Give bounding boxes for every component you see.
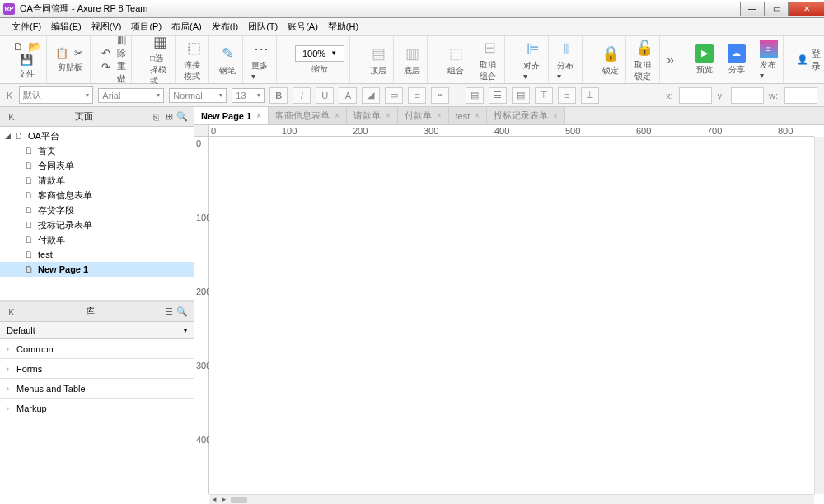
menu-account[interactable]: 账号(A) xyxy=(283,19,323,35)
bring-top-icon[interactable]: ▤ xyxy=(368,44,388,63)
vertical-scrollbar[interactable] xyxy=(814,137,824,494)
menu-edit[interactable]: 编辑(E) xyxy=(46,19,87,35)
tab[interactable]: test× xyxy=(449,107,488,124)
tree-page[interactable]: 🗋请款单 xyxy=(0,173,194,188)
connect-mode-icon[interactable]: ⬚ xyxy=(184,38,204,58)
group-icon[interactable]: ⬚ xyxy=(446,44,466,63)
underline-button[interactable]: U xyxy=(316,87,334,104)
tab[interactable]: 请款单× xyxy=(347,107,398,124)
horizontal-ruler[interactable]: 0 100 200 300 400 500 600 700 800 xyxy=(209,125,814,137)
align-top-button[interactable]: ⊤ xyxy=(535,87,553,104)
open-file-icon[interactable]: 📂 xyxy=(28,40,41,54)
bold-button[interactable]: B xyxy=(269,87,288,104)
menu-view[interactable]: 视图(V) xyxy=(87,19,127,35)
font-style-select[interactable]: Normal▾ xyxy=(169,88,227,103)
redo-icon[interactable]: ↷ xyxy=(99,60,112,73)
unlock-icon[interactable]: 🔓 xyxy=(634,38,654,58)
overflow-icon[interactable]: » xyxy=(663,53,677,68)
align-center-button[interactable]: ☰ xyxy=(489,87,507,104)
zoom-select[interactable]: 100%▼ xyxy=(295,45,344,62)
more-icon[interactable]: ⋯ xyxy=(251,39,271,58)
tab[interactable]: 投标记录表单× xyxy=(487,107,565,124)
fill-color-button[interactable]: ◢ xyxy=(362,87,380,104)
library-category[interactable]: ›Common xyxy=(0,339,194,359)
delete-label[interactable]: 删除 xyxy=(117,35,126,59)
minimize-button[interactable]: — xyxy=(740,2,765,16)
redo-label[interactable]: 重做 xyxy=(117,60,126,85)
menu-help[interactable]: 帮助(H) xyxy=(323,19,363,35)
menu-publish[interactable]: 发布(I) xyxy=(207,19,243,35)
ungroup-icon[interactable]: ⊟ xyxy=(480,38,499,58)
send-bottom-icon[interactable]: ▥ xyxy=(402,44,422,63)
border-color-button[interactable]: ▭ xyxy=(385,87,403,104)
tab-active[interactable]: New Page 1× xyxy=(194,107,269,124)
menu-team[interactable]: 团队(T) xyxy=(243,19,283,35)
tree-page[interactable]: 🗋test xyxy=(0,247,194,262)
align-icon[interactable]: ⊫ xyxy=(523,39,543,58)
horizontal-scrollbar[interactable]: ◄ ► xyxy=(209,494,814,504)
share-button[interactable]: ☁ xyxy=(728,44,746,63)
add-folder-icon[interactable]: ⎘ xyxy=(149,112,162,122)
scroll-right-icon[interactable]: ► xyxy=(219,496,229,503)
lock-icon[interactable]: 🔒 xyxy=(601,44,620,63)
select-mode-icon[interactable]: ▦ xyxy=(150,33,170,51)
tab[interactable]: 付款单× xyxy=(398,107,449,124)
library-menu-icon[interactable]: ☰ xyxy=(162,306,176,317)
align-left-button[interactable]: ▤ xyxy=(466,87,484,104)
maximize-button[interactable]: ▭ xyxy=(764,2,789,16)
vertical-ruler[interactable]: 0 100 200 300 400 xyxy=(194,137,209,494)
tree-page[interactable]: 🗋投标记录表单 xyxy=(0,217,194,232)
distribute-icon[interactable]: ⫴ xyxy=(557,39,577,58)
paste-icon[interactable]: 📋 xyxy=(55,47,68,60)
font-size-select[interactable]: 13▾ xyxy=(232,88,265,103)
text-color-button[interactable]: A xyxy=(339,87,357,104)
library-category[interactable]: ›Forms xyxy=(0,359,194,379)
tree-page[interactable]: 🗋付款单 xyxy=(0,232,194,247)
save-icon[interactable]: 💾 xyxy=(20,54,33,67)
border-width-button[interactable]: ≡ xyxy=(408,87,426,104)
undo-icon[interactable]: ↶ xyxy=(99,46,112,59)
tree-page[interactable]: 🗋客商信息表单 xyxy=(0,188,194,203)
w-input[interactable] xyxy=(784,87,817,104)
collapse-toggle-icon[interactable]: ◢ xyxy=(5,132,15,140)
panel-collapse-icon[interactable]: K xyxy=(5,307,18,317)
italic-button[interactable]: I xyxy=(293,87,311,104)
menu-file[interactable]: 文件(F) xyxy=(7,19,46,35)
panel-collapse-icon[interactable]: K xyxy=(5,112,18,122)
library-category[interactable]: ›Markup xyxy=(0,399,194,418)
library-select[interactable]: Default▾ xyxy=(0,322,194,339)
add-page-icon[interactable]: ⊞ xyxy=(162,111,176,122)
login-button[interactable]: 👤 登录 xyxy=(797,48,821,72)
tree-folder[interactable]: ◢ 🗋 OA平台 xyxy=(0,128,194,143)
new-file-icon[interactable]: 🗋 xyxy=(12,40,25,54)
align-middle-button[interactable]: ≡ xyxy=(558,87,576,104)
cut-icon[interactable]: ✂ xyxy=(72,47,85,60)
close-button[interactable]: ✕ xyxy=(788,2,824,16)
style-select[interactable]: 默认▾ xyxy=(19,86,93,104)
font-select[interactable]: Arial▾ xyxy=(98,88,164,103)
border-style-button[interactable]: ┅ xyxy=(431,87,449,104)
close-tab-icon[interactable]: × xyxy=(553,111,558,120)
design-canvas[interactable] xyxy=(209,137,814,494)
x-input[interactable] xyxy=(679,87,712,104)
tree-page[interactable]: 🗋首页 xyxy=(0,143,194,158)
close-tab-icon[interactable]: × xyxy=(256,111,261,120)
close-tab-icon[interactable]: × xyxy=(437,111,442,120)
align-bottom-button[interactable]: ⊥ xyxy=(581,87,599,104)
tree-page[interactable]: 🗋存货字段 xyxy=(0,203,194,217)
close-tab-icon[interactable]: × xyxy=(386,111,391,120)
scroll-left-icon[interactable]: ◄ xyxy=(209,496,219,503)
y-input[interactable] xyxy=(731,87,764,104)
scrollbar-thumb[interactable] xyxy=(231,497,247,503)
close-tab-icon[interactable]: × xyxy=(335,111,339,120)
align-right-button[interactable]: ▤ xyxy=(512,87,530,104)
library-category[interactable]: ›Menus and Table xyxy=(0,379,194,399)
tree-page-selected[interactable]: 🗋New Page 1 xyxy=(0,262,194,277)
menu-layout[interactable]: 布局(A) xyxy=(166,19,207,35)
search-pages-icon[interactable]: 🔍 xyxy=(176,111,189,122)
publish-button[interactable]: ≡ xyxy=(760,40,778,58)
close-tab-icon[interactable]: × xyxy=(475,111,480,120)
pen-icon[interactable]: ✎ xyxy=(218,44,237,63)
search-library-icon[interactable]: 🔍 xyxy=(176,306,189,317)
tab[interactable]: 客商信息表单× xyxy=(269,107,347,124)
